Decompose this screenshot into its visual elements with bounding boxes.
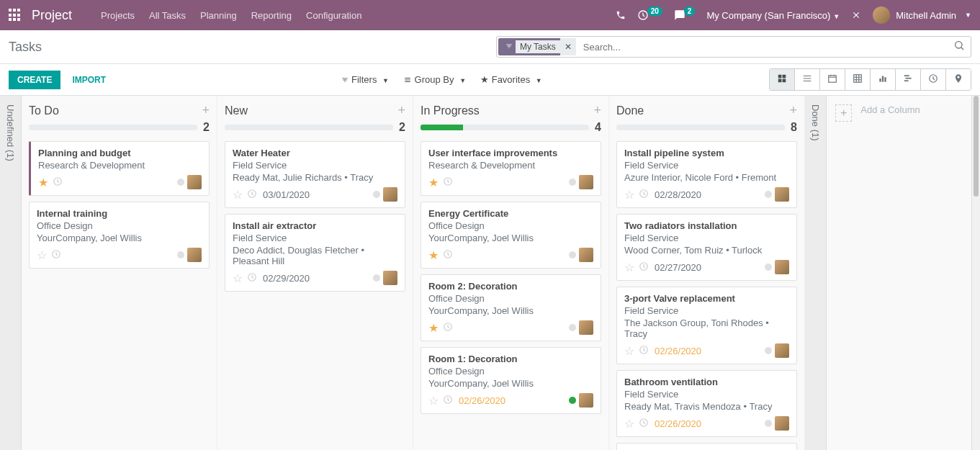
status-dot[interactable]	[569, 251, 576, 258]
kanban-card[interactable]: Planning and budget Research & Developme…	[29, 141, 210, 196]
column-add-card[interactable]: +	[593, 103, 601, 118]
status-dot[interactable]	[177, 251, 184, 258]
view-calendar[interactable]	[820, 69, 845, 90]
kanban-card[interactable]: Bathroom ventilation Field Service Ready…	[616, 370, 797, 437]
import-button[interactable]: IMPORT	[63, 71, 114, 89]
status-dot[interactable]	[765, 264, 772, 271]
view-activity[interactable]	[921, 69, 946, 90]
assignee-avatar[interactable]	[187, 248, 202, 262]
status-dot[interactable]	[569, 397, 576, 404]
assignee-avatar[interactable]	[775, 416, 789, 431]
kanban-card[interactable]: Install air extractor Field Service Deco…	[225, 214, 405, 292]
kanban-card[interactable]: Check joints Field Service Lumber Inc, L…	[616, 443, 797, 450]
clock-icon[interactable]	[639, 345, 649, 357]
view-pivot[interactable]	[845, 69, 871, 90]
star-icon[interactable]: ★	[428, 248, 439, 262]
view-gantt[interactable]	[896, 69, 921, 90]
assignee-avatar[interactable]	[775, 343, 789, 358]
star-icon[interactable]: ☆	[624, 417, 634, 431]
assignee-avatar[interactable]	[579, 320, 593, 335]
star-icon[interactable]: ☆	[233, 188, 243, 202]
vertical-scrollbar[interactable]	[971, 96, 980, 450]
status-dot[interactable]	[765, 191, 772, 198]
assignee-avatar[interactable]	[579, 393, 593, 408]
star-icon[interactable]: ★	[38, 176, 48, 189]
assignee-avatar[interactable]	[383, 271, 397, 285]
view-list[interactable]	[795, 69, 820, 90]
clock-icon[interactable]	[247, 189, 257, 201]
star-icon[interactable]: ☆	[624, 188, 634, 202]
phone-icon[interactable]	[616, 10, 626, 20]
column-add-card[interactable]: +	[789, 103, 797, 118]
kanban-card[interactable]: Internal training Office Design YourComp…	[29, 202, 210, 269]
status-dot[interactable]	[569, 324, 576, 331]
kanban-card[interactable]: Two radiators installation Field Service…	[616, 214, 797, 281]
groupby-dropdown[interactable]: Group By ▼	[403, 74, 466, 85]
clock-icon[interactable]	[639, 261, 649, 274]
debug-icon[interactable]	[851, 10, 861, 20]
star-icon[interactable]: ☆	[233, 271, 243, 285]
clock-icon[interactable]	[443, 176, 453, 189]
status-dot[interactable]	[765, 347, 772, 354]
company-selector[interactable]: My Company (San Francisco)▼	[706, 10, 840, 21]
star-icon[interactable]: ☆	[37, 248, 47, 262]
folded-column-undefined[interactable]: Undefined (1)	[0, 96, 22, 450]
column-add-card[interactable]: +	[202, 103, 210, 118]
filters-dropdown[interactable]: Filters ▼	[341, 74, 389, 85]
assignee-avatar[interactable]	[579, 248, 593, 262]
star-icon[interactable]: ☆	[624, 261, 634, 274]
assignee-avatar[interactable]	[579, 175, 593, 189]
clock-icon[interactable]	[53, 176, 63, 189]
apps-icon[interactable]	[9, 9, 22, 22]
kanban-card[interactable]: 3-port Valve replacement Field Service T…	[616, 287, 797, 364]
clock-icon[interactable]	[51, 249, 61, 261]
status-dot[interactable]	[177, 179, 184, 186]
kanban-card[interactable]: Room 1: Decoration Office Design YourCom…	[421, 347, 601, 414]
discuss-icon[interactable]: 2	[674, 9, 696, 21]
assignee-avatar[interactable]	[187, 175, 202, 189]
menu-reporting[interactable]: Reporting	[251, 10, 292, 21]
view-kanban[interactable]	[770, 69, 795, 90]
kanban-card[interactable]: User interface improvements Research & D…	[421, 141, 601, 196]
menu-configuration[interactable]: Configuration	[306, 10, 361, 21]
kanban-card[interactable]: Room 2: Decoration Office Design YourCom…	[421, 274, 601, 341]
clock-icon[interactable]	[443, 249, 453, 261]
star-icon[interactable]: ☆	[428, 394, 439, 408]
kanban-card[interactable]: Install pipeline system Field Service Az…	[616, 141, 797, 208]
clock-icon[interactable]	[247, 272, 257, 284]
search-icon[interactable]	[948, 40, 971, 54]
star-icon[interactable]: ★	[428, 321, 439, 335]
view-map[interactable]	[946, 69, 971, 90]
search-box[interactable]: My Tasks ✕	[496, 36, 971, 58]
column-add-card[interactable]: +	[397, 103, 405, 118]
user-menu[interactable]: Mitchell Admin ▼	[873, 6, 971, 24]
clock-icon[interactable]	[443, 322, 453, 334]
view-graph[interactable]	[871, 69, 896, 90]
activity-icon[interactable]: 20	[637, 9, 662, 21]
kanban-card[interactable]: Water Heater Field Service Ready Mat, Ju…	[225, 141, 405, 208]
favorites-dropdown[interactable]: ★ Favorites ▼	[480, 74, 542, 85]
assignee-avatar[interactable]	[775, 260, 789, 274]
kanban-card[interactable]: Energy Certificate Office Design YourCom…	[421, 202, 601, 269]
create-button[interactable]: CREATE	[9, 71, 60, 89]
folded-column-done[interactable]: Done (1)	[805, 96, 827, 450]
assignee-avatar[interactable]	[383, 187, 397, 202]
clock-icon[interactable]	[639, 189, 649, 201]
facet-remove[interactable]: ✕	[560, 38, 576, 55]
clock-icon[interactable]	[639, 418, 649, 430]
add-column[interactable]: + Add a Column	[827, 96, 971, 450]
menu-projects[interactable]: Projects	[101, 10, 135, 21]
status-dot[interactable]	[373, 274, 380, 282]
status-dot[interactable]	[765, 420, 772, 427]
star-icon[interactable]: ★	[428, 176, 439, 189]
clock-icon[interactable]	[443, 395, 453, 407]
star-icon[interactable]: ☆	[624, 344, 634, 358]
app-brand[interactable]: Project	[32, 8, 72, 23]
menu-all-tasks[interactable]: All Tasks	[149, 10, 186, 21]
status-dot[interactable]	[569, 179, 576, 186]
assignee-avatar[interactable]	[775, 187, 789, 202]
column-title: In Progress	[421, 104, 480, 117]
status-dot[interactable]	[373, 191, 380, 198]
search-input[interactable]	[577, 39, 948, 55]
menu-planning[interactable]: Planning	[200, 10, 237, 21]
